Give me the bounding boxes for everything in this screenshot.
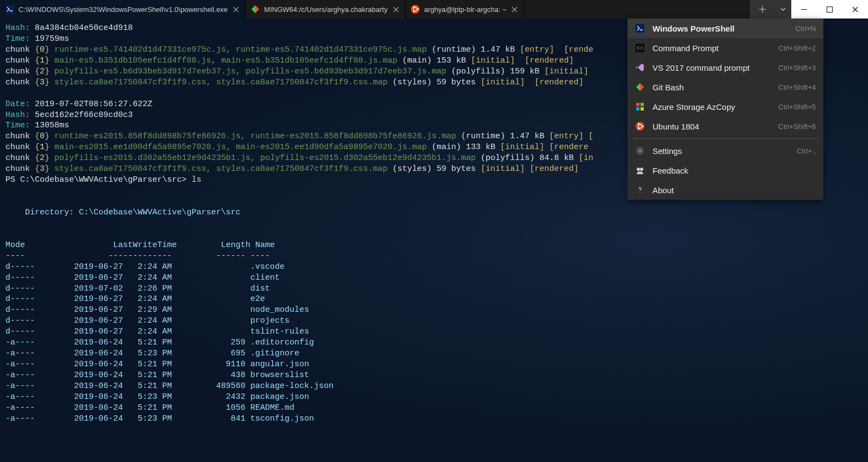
svg-point-24 (638, 128, 639, 130)
menu-label: VS 2017 command prompt (652, 63, 771, 72)
svg-marker-13 (636, 64, 644, 71)
menu-item-about[interactable]: About (627, 180, 823, 200)
svg-rect-8 (801, 9, 807, 10)
svg-point-27 (640, 168, 643, 171)
about-icon (635, 185, 645, 195)
menu-label: Azure Storage AzCopy (652, 102, 771, 112)
tab-1[interactable]: MINGW64:/c/Users/arghya.chakrabarty (245, 0, 405, 19)
tab-title: MINGW64:/c/Users/arghya.chakrabarty (264, 5, 387, 14)
svg-rect-16 (636, 103, 639, 106)
titlebar-buttons (750, 0, 791, 19)
svg-rect-10 (636, 24, 644, 33)
svg-point-7 (413, 11, 415, 13)
tab-dropdown-button[interactable] (775, 0, 791, 19)
close-button[interactable] (842, 0, 868, 19)
menu-item-feedback[interactable]: Feedback (627, 161, 823, 180)
menu-item-settings[interactable]: SettingsCtrl+ , (627, 141, 823, 161)
svg-text:C:\: C:\ (637, 45, 644, 51)
new-tab-button[interactable] (750, 0, 775, 19)
svg-rect-17 (641, 103, 644, 106)
cmd-icon: C:\ (635, 43, 645, 53)
maximize-button[interactable] (817, 0, 842, 19)
settings-icon (635, 146, 645, 156)
svg-point-22 (642, 126, 644, 127)
menu-shortcut: Ctrl+N (796, 24, 816, 33)
titlebar: C:\WINDOWS\System32\WindowsPowerShell\v1… (0, 0, 868, 19)
menu-label: About (652, 186, 808, 195)
ps-icon (5, 5, 14, 14)
feedback-icon (635, 165, 645, 175)
menu-shortcut: Ctrl+ , (797, 147, 816, 155)
svg-point-25 (639, 150, 642, 152)
menu-item-ubuntu-1804[interactable]: Ubuntu 1804Ctrl+Shift+6 (627, 116, 823, 136)
ubuntu-icon (635, 121, 645, 131)
menu-item-azure-storage-azcopy[interactable]: Azure Storage AzCopyCtrl+Shift+5 (627, 97, 823, 116)
svg-rect-18 (636, 107, 639, 110)
menu-item-git-bash[interactable]: Git BashCtrl+Shift+4 (627, 77, 823, 97)
menu-shortcut: Ctrl+Shift+5 (778, 103, 816, 111)
azure-icon (635, 102, 645, 112)
profiles-dropdown: Windows PowerShellCtrl+NC:\Command Promp… (627, 19, 823, 200)
ps-icon (635, 23, 645, 33)
tab-strip: C:\WINDOWS\System32\WindowsPowerShell\v1… (0, 0, 750, 19)
menu-label: Feedback (652, 166, 808, 175)
menu-item-windows-powershell[interactable]: Windows PowerShellCtrl+N (627, 19, 823, 38)
git-icon (251, 5, 260, 14)
svg-marker-15 (640, 83, 644, 91)
menu-item-command-prompt[interactable]: C:\Command PromptCtrl+Shift+2 (627, 38, 823, 58)
tab-0[interactable]: C:\WINDOWS\System32\WindowsPowerShell\v1… (0, 0, 245, 19)
svg-rect-0 (5, 5, 14, 14)
ubuntu-icon (411, 5, 420, 14)
menu-label: Windows PowerShell (652, 24, 788, 33)
menu-label: Command Prompt (652, 44, 771, 53)
menu-label: Ubuntu 1804 (652, 122, 771, 131)
svg-point-5 (417, 9, 419, 10)
close-icon[interactable] (232, 5, 239, 13)
menu-shortcut: Ctrl+Shift+6 (778, 122, 816, 131)
svg-point-23 (638, 123, 639, 125)
close-icon[interactable] (511, 5, 519, 13)
vs-icon (635, 63, 645, 72)
svg-point-6 (413, 6, 415, 8)
menu-shortcut: Ctrl+Shift+3 (778, 64, 816, 72)
menu-separator (633, 138, 818, 139)
tab-title: C:\WINDOWS\System32\WindowsPowerShell\v1… (19, 5, 227, 14)
menu-shortcut: Ctrl+Shift+2 (778, 44, 816, 52)
window-controls (791, 0, 868, 19)
minimize-button[interactable] (791, 0, 817, 19)
svg-point-26 (637, 168, 640, 171)
menu-shortcut: Ctrl+Shift+4 (778, 83, 816, 91)
tab-2[interactable]: arghya@lptp-blr-argcha: ~ (405, 0, 525, 19)
menu-item-vs-2017-command-prompt[interactable]: VS 2017 command promptCtrl+Shift+3 (627, 58, 823, 77)
svg-rect-19 (641, 107, 644, 110)
menu-label: Git Bash (652, 83, 771, 92)
close-icon[interactable] (392, 5, 399, 13)
menu-label: Settings (652, 146, 789, 156)
git-icon (635, 82, 645, 92)
tab-title: arghya@lptp-blr-argcha: ~ (424, 5, 507, 14)
svg-rect-9 (827, 7, 833, 12)
svg-marker-2 (255, 5, 259, 13)
